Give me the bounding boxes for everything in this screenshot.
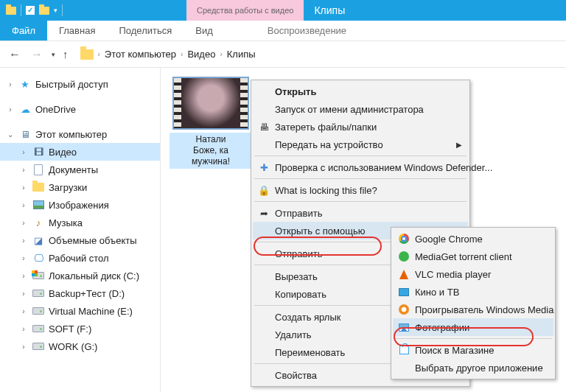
menu-separator	[254, 178, 467, 179]
printer-icon: 🖶	[258, 121, 270, 133]
contextual-tab-video-tools[interactable]: Средства работы с видео	[186, 0, 304, 21]
shield-icon: ✚	[258, 161, 270, 173]
vlc-icon	[398, 268, 410, 280]
menu-item-open[interactable]: Открыть	[253, 83, 468, 100]
sidebar-label: Загрузки	[49, 182, 87, 193]
mediaget-icon	[398, 251, 410, 262]
sidebar-item-video[interactable]: ›🎞Видео	[0, 143, 160, 161]
sidebar-item-this-pc[interactable]: ⌄🖥Этот компьютер	[0, 125, 160, 143]
pc-icon: 🖥	[19, 128, 31, 140]
video-thumbnail	[172, 77, 249, 130]
sidebar-item-documents[interactable]: ›Документы	[0, 161, 160, 178]
cube-icon: ◪	[32, 234, 44, 246]
title-bar: ✓ ▾ Средства работы с видео Клипы	[0, 0, 566, 21]
sidebar-item-drive-f[interactable]: ›SOFT (F:)	[0, 320, 160, 337]
sidebar-item-drive-g[interactable]: ›WORK (G:)	[0, 337, 160, 355]
menu-item-cast[interactable]: Передать на устройство▶	[253, 136, 468, 153]
video-icon: 🎞	[32, 146, 44, 158]
chevron-right-icon[interactable]: ›	[181, 50, 183, 58]
sidebar-item-onedrive[interactable]: ›☁OneDrive	[0, 100, 160, 118]
separator	[62, 4, 63, 16]
up-button[interactable]: ↑	[63, 48, 69, 60]
back-button[interactable]: ←	[7, 48, 22, 61]
sidebar-item-music[interactable]: ›♪Музыка	[0, 214, 160, 231]
video-file-item[interactable]: Натали Боже, ка мужчина!	[170, 77, 252, 169]
submenu-item-store[interactable]: Поиск в Магазине	[393, 341, 553, 359]
sidebar-label: WORK (G:)	[49, 341, 97, 352]
folder-icon[interactable]	[6, 7, 16, 15]
menu-item-erase[interactable]: 🖶Затереть файлы/папки	[253, 118, 468, 136]
window-title: Клипы	[304, 0, 355, 21]
lock-icon: 🔒	[258, 184, 270, 196]
submenu-item-chrome[interactable]: Google Chrome	[393, 230, 553, 248]
chevron-right-icon[interactable]: ›	[220, 50, 222, 58]
submenu-item-photos[interactable]: Фотографии	[393, 318, 553, 336]
navigation-pane: ›★Быстрый доступ ›☁OneDrive ⌄🖥Этот компь…	[0, 68, 161, 392]
submenu-item-mediaget[interactable]: MediaGet torrent client	[393, 248, 553, 265]
sidebar-label: SOFT (F:)	[49, 323, 91, 335]
sidebar-label: OneDrive	[35, 104, 76, 115]
chevron-down-icon[interactable]: ▾	[54, 7, 57, 14]
sidebar-label: Видео	[49, 147, 77, 158]
sidebar-item-desktop[interactable]: ›🖵Рабочий стол	[0, 249, 160, 267]
drive-icon	[32, 325, 44, 332]
sidebar-label: Документы	[49, 164, 98, 175]
chrome-icon	[398, 233, 410, 245]
submenu-item-wmp[interactable]: Проигрыватель Windows Media	[393, 301, 553, 318]
sidebar-item-quick-access[interactable]: ›★Быстрый доступ	[0, 75, 160, 93]
quick-access-toolbar: ✓ ▾	[0, 0, 69, 21]
menu-item-defender[interactable]: ✚Проверка с использованием Windows Defen…	[253, 158, 468, 176]
drive-icon	[32, 343, 44, 350]
sidebar-label: Backup+Тест (D:)	[49, 288, 125, 299]
sidebar-label: Изображения	[49, 200, 109, 211]
tab-home[interactable]: Главная	[47, 21, 107, 41]
share-icon: ➦	[258, 207, 270, 219]
desktop-icon: 🖵	[32, 252, 44, 264]
sidebar-label: Этот компьютер	[35, 129, 107, 140]
drive-icon	[32, 290, 44, 297]
tab-view[interactable]: Вид	[184, 21, 225, 41]
submenu-item-movies-tv[interactable]: Кино и ТВ	[393, 283, 553, 301]
breadcrumb-item[interactable]: Клипы	[227, 49, 256, 60]
sidebar-item-pictures[interactable]: ›Изображения	[0, 196, 160, 214]
navigation-bar: ← → ▾ ↑ › Этот компьютер › Видео › Клипы	[0, 41, 566, 68]
menu-separator	[254, 201, 467, 202]
sidebar-item-drive-c[interactable]: ›Локальный диск (C:)	[0, 267, 160, 284]
sidebar-label: Virtual Machine (E:)	[49, 306, 133, 317]
contextual-tab-label: Средства работы с видео	[197, 6, 293, 15]
wmp-icon	[398, 304, 410, 315]
chevron-right-icon[interactable]: ›	[98, 50, 100, 58]
sidebar-item-downloads[interactable]: ›Загрузки	[0, 178, 160, 196]
submenu-item-choose[interactable]: Выбрать другое приложение	[393, 359, 553, 377]
drive-icon	[32, 307, 44, 315]
menu-item-run-as-admin[interactable]: Запуск от имени администратора	[253, 100, 468, 118]
sidebar-item-3d-objects[interactable]: ›◪Объемные объекты	[0, 231, 160, 249]
breadcrumb-item[interactable]: Этот компьютер	[105, 49, 176, 60]
address-bar[interactable]: › Этот компьютер › Видео › Клипы	[80, 49, 256, 60]
chevron-right-icon: ▶	[456, 141, 462, 149]
tab-share[interactable]: Поделиться	[107, 21, 184, 41]
sidebar-label: Объемные объекты	[49, 235, 137, 246]
store-icon	[398, 344, 410, 356]
photos-icon	[398, 321, 410, 333]
tab-file[interactable]: Файл	[0, 21, 47, 41]
document-icon	[34, 164, 43, 175]
forward-button[interactable]: →	[29, 48, 44, 61]
menu-separator	[394, 338, 552, 339]
recent-locations-icon[interactable]: ▾	[52, 51, 55, 58]
open-with-submenu: Google Chrome MediaGet torrent client VL…	[391, 227, 556, 379]
sidebar-item-drive-e[interactable]: ›Virtual Machine (E:)	[0, 302, 160, 320]
submenu-item-vlc[interactable]: VLC media player	[393, 265, 553, 283]
sidebar-item-drive-d[interactable]: ›Backup+Тест (D:)	[0, 284, 160, 302]
folder-icon[interactable]	[39, 7, 49, 15]
menu-item-share[interactable]: ➦Отправить	[253, 204, 468, 222]
folder-icon	[80, 49, 94, 60]
sidebar-label: Музыка	[49, 217, 83, 228]
sidebar-label: Быстрый доступ	[35, 79, 108, 90]
star-icon: ★	[19, 78, 31, 90]
menu-item-locking[interactable]: 🔒What is locking this file?	[253, 181, 468, 199]
tab-playback[interactable]: Воспроизведение	[256, 21, 358, 41]
checkbox-icon[interactable]: ✓	[26, 6, 35, 15]
cloud-icon: ☁	[19, 103, 31, 115]
breadcrumb-item[interactable]: Видео	[187, 49, 215, 60]
